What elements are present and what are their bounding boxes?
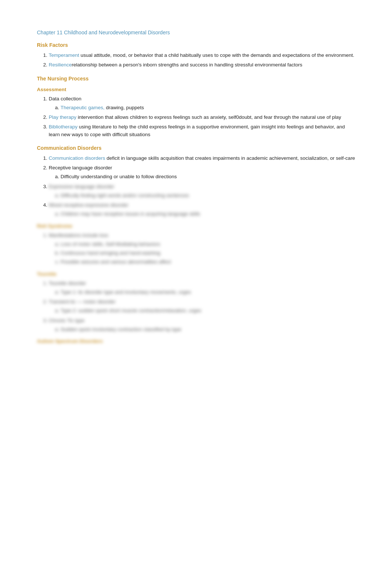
list-item: Loss of motor skills, Self-Mutilating be… [61, 241, 355, 248]
list-item: Receptive language disorder Difficulty u… [49, 164, 355, 181]
autism-heading: Autism Spectrum Disorders [37, 338, 355, 344]
communication-disorders-list: Communication disorders deficit in langu… [49, 155, 355, 218]
list-item: Tourette disorder Type 1: tic disorder t… [49, 280, 355, 296]
assessment-list: Data collection Therapeutic games, drawi… [49, 95, 355, 138]
expressive-sub-text: Difficulty finding right words and/or co… [61, 193, 189, 198]
rett-heading: Rett Syndrome [37, 223, 355, 229]
alpha-sub-list: Loss of motor skills, Self-Mutilating be… [61, 241, 355, 266]
alpha-sub-list: Therapeutic games, drawing, puppets [61, 104, 355, 111]
rett-list: Manifestations include loss Loss of moto… [49, 232, 355, 266]
list-item: Sudden quick involuntary contraction cla… [61, 326, 355, 333]
list-item: Type 1: tic disorder type and involuntar… [61, 289, 355, 296]
temperament-label: Temperament [49, 52, 79, 58]
risk-factors-list: Temperament usual attitude, mood, or beh… [49, 52, 355, 69]
tourette-item-2: Transient tic — motor disorder [49, 299, 116, 304]
alpha-sub-list: Sudden quick involuntary contraction cla… [61, 326, 355, 333]
list-item: Difficulty finding right words and/or co… [61, 192, 355, 199]
receptive-lang-text: Receptive language disorder [49, 165, 112, 170]
tourette-item-1: Tourette disorder [49, 280, 86, 286]
bibliotherapy-label: Bibliotherapy [49, 124, 78, 130]
list-item: Manifestations include loss Loss of moto… [49, 232, 355, 266]
therapeutic-games-label: Therapeutic games, [61, 105, 104, 110]
alpha-sub-list: Difficulty finding right words and/or co… [61, 192, 355, 199]
difficulty-text: Difficulty understanding or unable to fo… [61, 174, 177, 179]
list-item: Data collection Therapeutic games, drawi… [49, 95, 355, 112]
list-item: Mixed receptive-expressive disorder Chil… [49, 201, 355, 218]
list-item: Bibliotherapy using literature to help t… [49, 123, 355, 138]
list-item: Expressive language disorder Difficulty … [49, 183, 355, 200]
list-item: Type 2: sudden quick short muscle contra… [61, 307, 355, 314]
resilience-label: Resilience [49, 62, 72, 68]
assessment-heading: Assessment [37, 87, 355, 92]
communication-disorders-heading: Communication Disorders [37, 145, 355, 151]
comm-disorders-label: Communication disorders [49, 155, 105, 161]
alpha-sub-list: Difficulty understanding or unable to fo… [61, 173, 355, 180]
list-item: Chronic Tic type Sudden quick involuntar… [49, 317, 355, 334]
list-item: Communication disorders deficit in langu… [49, 155, 355, 162]
play-therapy-text: intervention that allows children to exp… [76, 114, 341, 120]
data-collection-text: Data collection [49, 96, 82, 101]
alpha-sub-list: Type 1: tic disorder type and involuntar… [61, 289, 355, 296]
therapeutic-games-text: drawing, puppets [104, 105, 144, 110]
mixed-lang-text: Mixed receptive-expressive disorder [49, 202, 128, 208]
nursing-process-heading: The Nursing Process [37, 76, 355, 82]
alpha-sub-list: Children may have receptive issues in ac… [61, 210, 355, 218]
list-item: Temperament usual attitude, mood, or beh… [49, 52, 355, 59]
list-item: Difficulty understanding or unable to fo… [61, 173, 355, 180]
resilience-text: relationship between a person's inborn s… [72, 62, 302, 68]
list-item: Continuous hand wringing and hand-washin… [61, 249, 355, 257]
tourette-list: Tourette disorder Type 1: tic disorder t… [49, 280, 355, 334]
list-item: Therapeutic games, drawing, puppets [61, 104, 355, 111]
list-item: Possible seizures and various abnormalit… [61, 258, 355, 266]
temperament-text: usual attitude, mood, or behavior that a… [79, 52, 354, 58]
risk-factors-heading: Risk Factors [37, 42, 355, 48]
tourette-heading: Tourette [37, 271, 355, 277]
comm-disorders-text: deficit in language skills acquisition t… [105, 155, 355, 161]
list-item: Resiliencerelationship between a person'… [49, 61, 355, 69]
list-item: Play therapy intervention that allows ch… [49, 114, 355, 121]
list-item: Children may have receptive issues in ac… [61, 210, 355, 218]
expressive-lang-text: Expressive language disorder [49, 184, 114, 189]
rett-item-text: Manifestations include loss [49, 232, 108, 238]
play-therapy-label: Play therapy [49, 114, 76, 120]
bibliotherapy-text: using literature to help the child expre… [49, 124, 345, 137]
list-item: Transient tic — motor disorder Type 2: s… [49, 298, 355, 315]
alpha-sub-list: Type 2: sudden quick short muscle contra… [61, 307, 355, 314]
tourette-item-3: Chronic Tic type [49, 318, 85, 323]
chapter-title: Chapter 11 Childhood and Neurodevelopmen… [37, 30, 355, 35]
mixed-sub-text: Children may have receptive issues in ac… [61, 211, 200, 217]
